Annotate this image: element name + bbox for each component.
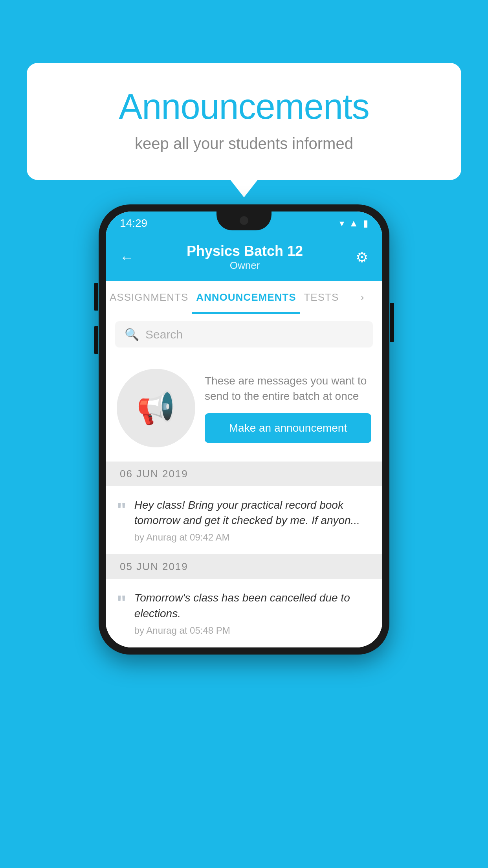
announcement-message-1: Hey class! Bring your practical record b… — [134, 497, 371, 528]
power-button — [390, 303, 394, 342]
megaphone-icon: 📢 — [136, 390, 176, 427]
speech-bubble-section: Announcements keep all your students inf… — [27, 63, 461, 180]
tabs-container: ASSIGNMENTS ANNOUNCEMENTS TESTS › — [106, 281, 382, 314]
front-camera — [240, 216, 248, 225]
back-button[interactable]: ← — [120, 249, 134, 266]
date-separator-2: 05 JUN 2019 — [106, 554, 382, 579]
header-title-group: Physics Batch 12 Owner — [187, 243, 303, 272]
tab-tests[interactable]: TESTS — [300, 281, 343, 314]
status-bar: 14:29 ▾ ▲ ▮ — [106, 211, 382, 235]
tab-more[interactable]: › — [343, 281, 382, 314]
battery-icon: ▮ — [363, 218, 368, 229]
signal-icon: ▲ — [349, 218, 358, 229]
announcement-message-2: Tomorrow's class has been cancelled due … — [134, 590, 371, 621]
bubble-subtitle: keep all your students informed — [58, 135, 430, 153]
announcement-item-1[interactable]: " Hey class! Bring your practical record… — [106, 486, 382, 554]
search-icon: 🔍 — [125, 327, 139, 341]
announcement-item-2[interactable]: " Tomorrow's class has been cancelled du… — [106, 579, 382, 647]
settings-button[interactable]: ⚙ — [356, 249, 368, 266]
wifi-icon: ▾ — [339, 218, 344, 229]
search-bar[interactable]: 🔍 Search — [115, 321, 373, 348]
tab-assignments[interactable]: ASSIGNMENTS — [106, 281, 192, 314]
tab-announcements[interactable]: ANNOUNCEMENTS — [192, 281, 300, 314]
volume-down-button — [94, 326, 98, 354]
announcement-text-2: Tomorrow's class has been cancelled due … — [134, 590, 371, 636]
speech-bubble: Announcements keep all your students inf… — [27, 63, 461, 180]
quote-icon-2: " — [117, 592, 127, 613]
quote-icon-1: " — [117, 500, 127, 520]
app-header: ← Physics Batch 12 Owner ⚙ — [106, 235, 382, 281]
announcement-author-1: by Anurag at 09:42 AM — [134, 532, 371, 543]
phone-screen: 14:29 ▾ ▲ ▮ ← Physics Batch 12 Owner ⚙ A… — [106, 211, 382, 647]
announcement-text-1: Hey class! Bring your practical record b… — [134, 497, 371, 543]
make-announcement-button[interactable]: Make an announcement — [205, 413, 371, 443]
search-placeholder: Search — [145, 328, 183, 341]
announcement-description: These are messages you want to send to t… — [205, 373, 371, 404]
bubble-title: Announcements — [58, 86, 430, 127]
phone-outer: 14:29 ▾ ▲ ▮ ← Physics Batch 12 Owner ⚙ A… — [99, 204, 389, 655]
announcement-icon-circle: 📢 — [117, 369, 195, 447]
batch-title: Physics Batch 12 — [187, 243, 303, 259]
notch — [216, 211, 272, 230]
announcement-author-2: by Anurag at 05:48 PM — [134, 625, 371, 636]
date-separator-1: 06 JUN 2019 — [106, 462, 382, 486]
search-container: 🔍 Search — [106, 314, 382, 355]
batch-role: Owner — [187, 259, 303, 272]
status-icons: ▾ ▲ ▮ — [339, 218, 368, 229]
volume-up-button — [94, 283, 98, 311]
status-time: 14:29 — [120, 217, 147, 230]
announcement-prompt: 📢 These are messages you want to send to… — [106, 355, 382, 462]
phone-mockup: 14:29 ▾ ▲ ▮ ← Physics Batch 12 Owner ⚙ A… — [99, 204, 389, 655]
announcement-right: These are messages you want to send to t… — [205, 373, 371, 443]
